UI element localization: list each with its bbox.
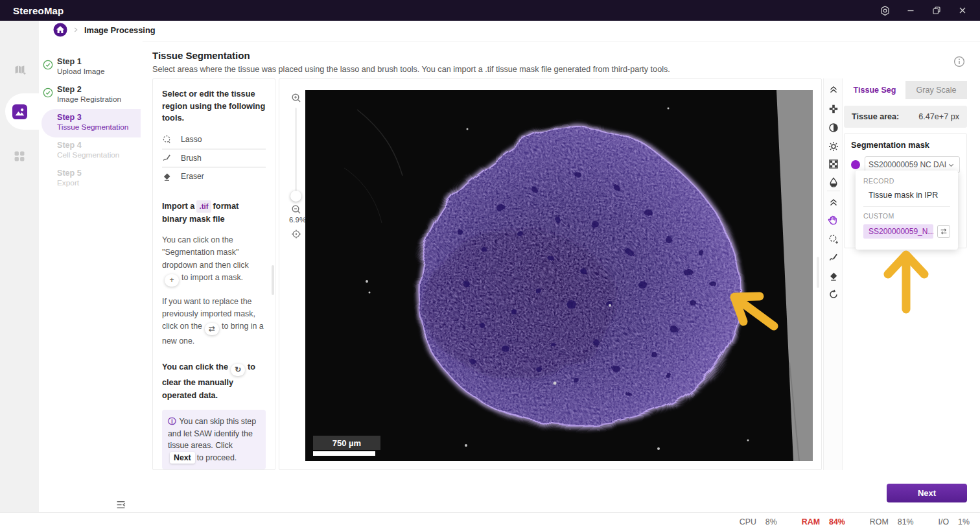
- tools-scrollbar-thumb[interactable]: [272, 265, 274, 295]
- app-title: StereoMap: [13, 5, 64, 16]
- page-subtitle: Select areas where the tissue was placed…: [152, 65, 670, 74]
- chevron-right-icon: [71, 25, 80, 34]
- next-button[interactable]: Next: [887, 484, 967, 502]
- dropdown-item-custom-selected[interactable]: SS200000059_N...: [863, 224, 933, 239]
- nav-rail: [0, 21, 39, 531]
- brush-icon[interactable]: [828, 252, 839, 263]
- import-para-post: to import a mask.: [181, 273, 243, 282]
- status-bar: CPU 8% RAM 84% ROM 81% I/O 1%: [0, 512, 980, 531]
- viewer-scrollbar-thumb[interactable]: [817, 257, 819, 288]
- rom-label: ROM: [870, 517, 889, 526]
- lasso-icon: [162, 135, 172, 145]
- saturation-icon[interactable]: [828, 176, 839, 187]
- tab-tissue-seg[interactable]: Tissue Seg: [844, 81, 905, 99]
- page-title: Tissue Segmentation: [152, 50, 250, 61]
- lasso-add-icon[interactable]: [828, 233, 839, 244]
- reset-icon: ↻: [231, 364, 245, 376]
- contrast-icon[interactable]: [828, 122, 839, 133]
- checkerboard-icon[interactable]: [828, 158, 839, 169]
- step-label: Image Registration: [57, 95, 121, 104]
- ram-value: 84%: [829, 517, 845, 526]
- position-adjust-icon[interactable]: [828, 103, 839, 114]
- check-circle-icon: [43, 88, 53, 98]
- tip-pre: You can skip this step and let SAW ident…: [168, 417, 256, 450]
- import-para-pre: You can click on the "Segmentation mask"…: [162, 235, 249, 269]
- window-controls: [876, 2, 980, 19]
- tools-panel: Select or edit the tissue region using t…: [152, 78, 275, 470]
- dropdown-divider: [863, 206, 950, 207]
- tissue-area-value: 6.47e+7 px: [918, 112, 959, 121]
- breadcrumb: Image Processing: [53, 22, 156, 38]
- record-group-label: RECORD: [863, 177, 950, 185]
- cpu-value: 8%: [765, 517, 777, 526]
- pan-hand-icon[interactable]: [828, 215, 839, 226]
- tool-label: Lasso: [181, 135, 202, 144]
- zoom-in-icon[interactable]: [291, 93, 301, 103]
- eraser-tool[interactable]: Eraser: [162, 167, 266, 185]
- right-panel-tabs: Tissue Seg Gray Scale: [844, 81, 967, 99]
- scale-bar: 750 µm: [313, 436, 380, 456]
- annotation-arrow-dropdown: [881, 247, 931, 314]
- selected-mask: SS200000059 NC DAI: [869, 160, 946, 169]
- add-mask-icon: +: [165, 274, 179, 287]
- collapse-up-icon[interactable]: [828, 196, 839, 207]
- tab-gray-scale[interactable]: Gray Scale: [905, 81, 967, 99]
- tip-post: to proceed.: [197, 453, 237, 462]
- reset-icon[interactable]: [828, 289, 839, 300]
- tissue-area-label: Tissue area:: [852, 112, 899, 121]
- restore-icon[interactable]: [928, 2, 945, 19]
- step-label: Upload Image: [57, 67, 104, 76]
- step-number: Step 4: [57, 141, 82, 150]
- collapse-up-icon[interactable]: [828, 84, 839, 95]
- swap-icon[interactable]: [937, 225, 950, 238]
- info-icon[interactable]: [953, 56, 965, 67]
- app-window: StereoMap Image Processing Step 1 Upload…: [0, 0, 980, 531]
- apps-grid-icon[interactable]: [14, 150, 25, 162]
- eraser-icon[interactable]: [828, 270, 839, 281]
- toolbar-divider: [827, 191, 840, 191]
- titlebar: StereoMap: [0, 0, 980, 21]
- next-keyword: Next: [170, 452, 195, 464]
- fit-view-icon[interactable]: [291, 229, 301, 239]
- zoom-slider-track[interactable]: [295, 108, 297, 197]
- home-icon[interactable]: [53, 23, 67, 37]
- skip-step-tip: ⓘ You can skip this step and let SAW ide…: [162, 410, 266, 469]
- tool-list: Lasso Brush Eraser: [162, 131, 266, 185]
- rom-value: 81%: [898, 517, 914, 526]
- dropdown-item-record[interactable]: Tissue mask in IPR: [863, 191, 950, 200]
- scale-bar-label: 750 µm: [332, 438, 361, 448]
- zoom-out-icon[interactable]: [291, 204, 301, 215]
- settings-icon[interactable]: [876, 2, 893, 19]
- ram-label: RAM: [802, 517, 820, 526]
- step-number: Step 3: [57, 113, 82, 122]
- lasso-tool[interactable]: Lasso: [162, 131, 266, 149]
- mask-color-swatch[interactable]: [851, 160, 860, 169]
- import-heading-pre: Import a: [162, 201, 194, 211]
- viewer-toolbar: [823, 78, 843, 470]
- chevron-down-icon: [946, 160, 956, 170]
- ram-status: RAM 84%: [802, 517, 845, 526]
- brush-tool[interactable]: Brush: [162, 149, 266, 167]
- brush-icon: [162, 153, 172, 163]
- close-icon[interactable]: [954, 2, 971, 19]
- mask-dropdown-popup: RECORD Tissue mask in IPR CUSTOM SS20000…: [856, 171, 958, 250]
- collapse-panel-icon[interactable]: [114, 498, 127, 511]
- brightness-icon[interactable]: [828, 141, 839, 152]
- step-number: Step 5: [57, 169, 82, 178]
- rom-status: ROM 81%: [870, 517, 914, 526]
- viewer-panel: 6.9%: [279, 78, 822, 470]
- step-label: Tissue Segmentation: [57, 123, 128, 132]
- tissue-area-box: Tissue area: 6.47e+7 px: [844, 106, 967, 128]
- map-icon[interactable]: [14, 64, 26, 76]
- minimize-icon[interactable]: [902, 2, 919, 19]
- import-instructions: You can click on the "Segmentation mask"…: [162, 234, 266, 286]
- image-processing-icon[interactable]: [12, 104, 27, 119]
- cpu-label: CPU: [740, 517, 756, 526]
- clear-para-pre: You can click the: [162, 362, 228, 372]
- io-label: I/O: [939, 517, 950, 526]
- header-divider: [143, 41, 980, 41]
- tif-badge: .tif: [196, 200, 211, 213]
- tissue-image-canvas[interactable]: 750 µm: [305, 90, 813, 461]
- import-heading: Import a.tifformat binary mask file: [162, 200, 266, 225]
- zoom-slider-handle[interactable]: [290, 191, 301, 202]
